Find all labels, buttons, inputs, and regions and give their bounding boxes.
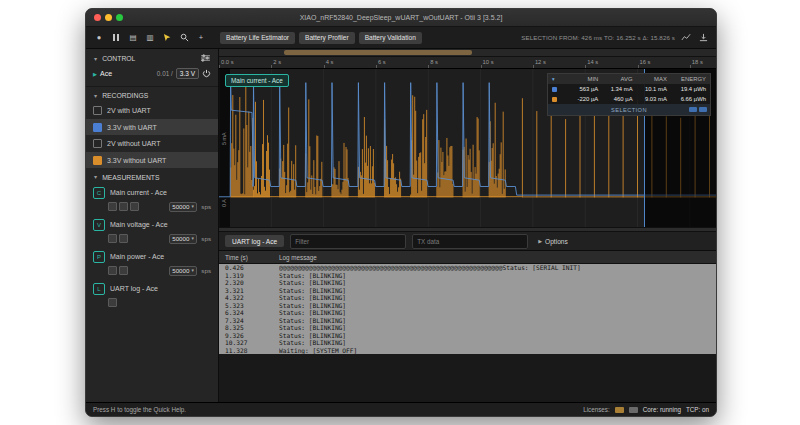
measurement-toggle-chip[interactable] xyxy=(119,234,128,243)
measurements-section-header[interactable]: ▼ MEASUREMENTS xyxy=(86,169,218,184)
log-message-cell: Status: [BLINKING] xyxy=(279,332,710,340)
toolbar-tab-0[interactable]: Battery Life Estimator xyxy=(220,32,295,44)
minimize-button[interactable] xyxy=(105,14,112,21)
stats-header-cell: AVG xyxy=(600,76,632,82)
log-row[interactable]: 1.319Status: [BLINKING] xyxy=(219,272,716,280)
ruler-tick-label: 12 s xyxy=(535,59,546,65)
chart-plot[interactable]: Main current - Ace 5 mA 0 A ▾MINAVGMAXEN… xyxy=(219,69,716,227)
recording-item[interactable]: 3.3V with UART xyxy=(86,119,218,135)
measurement-toggle-chip[interactable] xyxy=(119,202,128,211)
recording-item[interactable]: 3.3V without UART xyxy=(86,152,218,168)
log-row[interactable]: 2.320Status: [BLINKING] xyxy=(219,279,716,287)
stats-row: -220 µA460 µA9.03 mA6.66 µWh xyxy=(548,94,710,104)
recordings-section-header[interactable]: ▼ RECORDINGS xyxy=(86,87,218,102)
device-expand-icon[interactable]: ▶ xyxy=(93,71,97,77)
log-col-message: Log message xyxy=(279,254,317,261)
ruler-tick-mark xyxy=(481,65,482,68)
log-body[interactable]: 0.426@@@@@@@@@@@@@@@@@@@@@@@@@@@@@@@@@@@… xyxy=(219,264,716,402)
log-time-cell: 7.324 xyxy=(225,317,279,325)
chart-overview-scrollbar[interactable] xyxy=(219,49,716,57)
stat-value: 9.03 mA xyxy=(635,96,667,102)
log-row[interactable]: 6.324Status: [BLINKING] xyxy=(219,309,716,317)
measurement-toggle-chip[interactable] xyxy=(108,234,117,243)
control-section-header[interactable]: ▼ CONTROL xyxy=(86,49,218,66)
stats-footer-buttons xyxy=(689,107,707,112)
sort-arrow-icon[interactable]: ▾ xyxy=(552,76,564,82)
log-row[interactable]: 7.324Status: [BLINKING] xyxy=(219,317,716,325)
selection-action-icon[interactable] xyxy=(689,107,697,112)
tab-uart-log[interactable]: UART log - Ace xyxy=(225,235,284,247)
current-limit-value[interactable]: 0.01 / xyxy=(157,70,173,77)
overview-thumb[interactable] xyxy=(284,50,473,55)
sample-rate-select[interactable]: 50000▾ xyxy=(169,266,198,276)
recording-checkbox[interactable] xyxy=(93,156,102,165)
sample-rate-select[interactable]: 50000▾ xyxy=(169,234,198,244)
zoom-tool-icon[interactable] xyxy=(178,32,190,44)
log-row[interactable]: 3.321Status: [BLINKING] xyxy=(219,287,716,295)
export-icon[interactable] xyxy=(697,32,709,44)
stat-value: 10.1 mA xyxy=(635,86,667,92)
log-row[interactable]: 10.327Status: [BLINKING] xyxy=(219,339,716,347)
log-row[interactable]: 8.325Status: [BLINKING] xyxy=(219,324,716,332)
measurement-title-row[interactable]: VMain voltage - Ace xyxy=(93,219,211,231)
ruler-tick-label: 2 s xyxy=(273,59,281,65)
main-area: 0.0 s2 s4 s6 s8 s10 s12 s14 s16 s18 s Ma… xyxy=(219,49,716,402)
recordings-header-label: RECORDINGS xyxy=(102,92,148,99)
selection-action-icon[interactable] xyxy=(699,107,707,112)
tx-data-input[interactable] xyxy=(412,234,528,249)
log-time-cell: 1.319 xyxy=(225,272,279,280)
log-time-cell: 6.324 xyxy=(225,309,279,317)
measurement-title-row[interactable]: LUART log - Ace xyxy=(93,283,211,295)
license-badge[interactable] xyxy=(629,407,638,413)
pause-icon[interactable] xyxy=(110,32,122,44)
measurement-toggle-chip[interactable] xyxy=(119,266,128,275)
license-badge[interactable] xyxy=(615,407,624,413)
measurement-title-row[interactable]: PMain power - Ace xyxy=(93,251,211,263)
log-row[interactable]: 9.326Status: [BLINKING] xyxy=(219,332,716,340)
selection-info: SELECTION FROM: 426 ms TO: 16.252 s Δ: 1… xyxy=(521,34,675,41)
measurement-type-icon: P xyxy=(93,251,105,263)
measurements-list: CMain current - Ace50000▾spsVMain voltag… xyxy=(86,184,218,311)
crosshair-tool-icon[interactable]: + xyxy=(195,32,207,44)
chart-view-icon[interactable] xyxy=(680,32,692,44)
toolbar-tab-1[interactable]: Battery Profiler xyxy=(299,32,355,44)
filter-input[interactable] xyxy=(290,234,406,249)
close-button[interactable] xyxy=(94,14,101,21)
layout-split-icon[interactable]: ▥ xyxy=(144,32,156,44)
ruler-tick-mark xyxy=(638,65,639,68)
cursor-tool-icon[interactable] xyxy=(161,32,173,44)
recording-checkbox[interactable] xyxy=(93,139,102,148)
chart-series-tag[interactable]: Main current - Ace xyxy=(225,74,289,87)
recording-checkbox[interactable] xyxy=(93,123,102,132)
log-row[interactable]: 0.426@@@@@@@@@@@@@@@@@@@@@@@@@@@@@@@@@@@… xyxy=(219,264,716,272)
stat-value: 6.66 µWh xyxy=(669,96,706,102)
log-message-cell: Status: [BLINKING] xyxy=(279,317,710,325)
log-message-cell: Status: [BLINKING] xyxy=(279,279,710,287)
power-button[interactable] xyxy=(202,69,211,78)
sample-rate-select[interactable]: 50000▾ xyxy=(169,202,198,212)
measurement-toggle-chip[interactable] xyxy=(108,266,117,275)
recording-item[interactable]: 2V with UART xyxy=(86,103,218,119)
ruler-tick-label: 0.0 s xyxy=(221,59,234,65)
log-row[interactable]: 11.328Waiting: [SYSTEM OFF] xyxy=(219,347,716,355)
options-toggle[interactable]: ▶ Options xyxy=(538,238,568,245)
measurement-type-icon: L xyxy=(93,283,105,295)
recording-item[interactable]: 2V without UART xyxy=(86,136,218,152)
measurement-toggle-chip[interactable] xyxy=(108,298,117,307)
measurement-title-row[interactable]: CMain current - Ace xyxy=(93,187,211,199)
control-settings-icon[interactable] xyxy=(200,54,211,63)
recording-checkbox[interactable] xyxy=(93,106,102,115)
measurement-toggle-chip[interactable] xyxy=(108,202,117,211)
time-ruler[interactable]: 0.0 s2 s4 s6 s8 s10 s12 s14 s16 s18 s xyxy=(219,57,716,69)
log-row[interactable]: 4.322Status: [BLINKING] xyxy=(219,294,716,302)
zoom-button[interactable] xyxy=(116,14,123,21)
record-icon[interactable]: ● xyxy=(93,32,105,44)
ruler-tick-mark xyxy=(324,65,325,68)
voltage-setting[interactable]: 3.3 V xyxy=(176,68,199,79)
window-title: XIAO_nRF52840_DeepSleep_wUART_wOutUART -… xyxy=(300,14,503,21)
log-row[interactable]: 5.323Status: [BLINKING] xyxy=(219,302,716,310)
layout-panel-icon[interactable]: ▤ xyxy=(127,32,139,44)
measurement-toggle-chip[interactable] xyxy=(130,202,139,211)
ruler-tick-label: 14 s xyxy=(587,59,598,65)
toolbar-tab-2[interactable]: Battery Validation xyxy=(359,32,422,44)
